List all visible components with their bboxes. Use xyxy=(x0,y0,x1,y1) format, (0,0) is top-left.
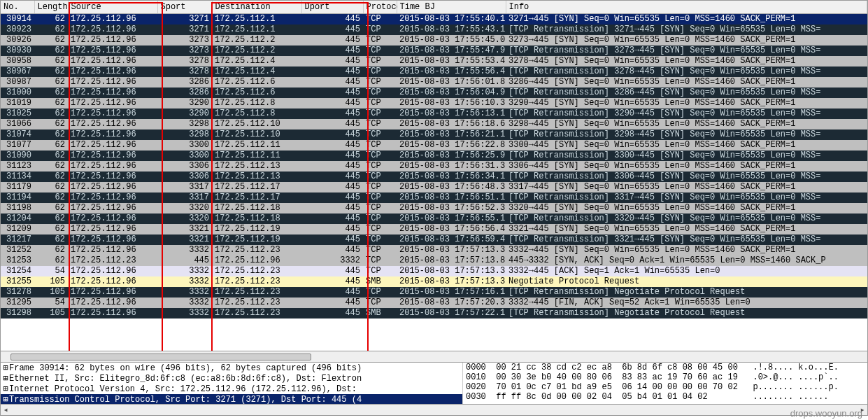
cell-protocol: TCP xyxy=(363,182,397,192)
packet-row[interactable]: 3117962172.25.112.963317172.25.112.17445… xyxy=(1,182,867,192)
packet-row[interactable]: 3112362172.25.112.963306172.25.112.13445… xyxy=(1,161,867,172)
packet-row[interactable]: 3120462172.25.112.963320172.25.112.18445… xyxy=(1,214,867,224)
packet-row[interactable]: 3091462172.25.112.963271172.25.112.1445T… xyxy=(1,14,867,25)
column-headers[interactable]: No. Length Source Sport Destination Dpor… xyxy=(1,1,867,14)
cell-protocol: TCP xyxy=(363,266,397,276)
cell-source: 172.25.112.96 xyxy=(68,308,157,318)
cell-info: [TCP Retransmission] 3321→445 [SYN] Seq=… xyxy=(506,234,867,245)
hex-row[interactable]: 0030 ff ff 8c 0d 00 00 02 04 05 b4 01 01… xyxy=(466,392,867,402)
cell-dport: 445 xyxy=(301,214,363,224)
cell-destination: 172.25.112.6 xyxy=(212,77,301,88)
cell-no: 31134 xyxy=(1,172,34,182)
cell-length: 62 xyxy=(34,88,68,98)
cell-protocol: TCP xyxy=(363,150,397,161)
tree-tcp[interactable]: ⊞Transmission Control Protocol, Src Port… xyxy=(1,394,462,404)
packet-row[interactable]: 3119862172.25.112.963320172.25.112.18445… xyxy=(1,203,867,214)
packet-row[interactable]: 3107462172.25.112.963298172.25.112.10445… xyxy=(1,130,867,140)
cell-info: [TCP Retransmission] Negotiate Protocol … xyxy=(506,287,867,298)
cell-protocol: TCP xyxy=(363,98,397,108)
packet-row[interactable]: 3129554172.25.112.963332172.25.112.23445… xyxy=(1,298,867,308)
cell-dport: 445 xyxy=(301,266,363,276)
packet-row[interactable]: 3106662172.25.112.963298172.25.112.10445… xyxy=(1,119,867,130)
cell-no: 31295 xyxy=(1,298,34,308)
expand-icon[interactable]: ⊞ xyxy=(2,394,9,404)
packet-row[interactable]: 3092662172.25.112.963273172.25.112.2445T… xyxy=(1,35,867,46)
cell-sport: 3271 xyxy=(157,24,212,35)
hex-row[interactable]: 0000 00 21 cc 38 cd c2 ec a8 6b 8d 6f c8… xyxy=(466,363,867,372)
cell-destination: 172.25.112.2 xyxy=(212,46,301,56)
cell-no: 31074 xyxy=(1,130,34,140)
packet-row[interactable]: 3095862172.25.112.963278172.25.112.4445T… xyxy=(1,56,867,66)
col-header-destination[interactable]: Destination xyxy=(212,1,301,14)
packet-row[interactable]: 3101962172.25.112.963290172.25.112.8445T… xyxy=(1,98,867,108)
cell-info: [TCP Retransmission] 3271→445 [SYN] Seq=… xyxy=(506,24,867,35)
cell-source: 172.25.112.96 xyxy=(68,224,157,234)
cell-source: 172.25.112.96 xyxy=(68,150,157,161)
tree-ip[interactable]: ⊞Internet Protocol Version 4, Src: 172.2… xyxy=(1,384,462,394)
col-header-sport[interactable]: Sport xyxy=(157,1,212,14)
hscroll-thumb[interactable] xyxy=(10,354,311,360)
packet-row[interactable]: 31298105172.25.112.963332172.25.112.2344… xyxy=(1,308,867,318)
cell-dport: 445 xyxy=(301,287,363,298)
cell-source: 172.25.112.96 xyxy=(68,192,157,203)
packet-row[interactable]: 3102562172.25.112.963290172.25.112.8445T… xyxy=(1,108,867,119)
col-header-source[interactable]: Source xyxy=(68,1,157,14)
packet-bytes-pane[interactable]: 0000 00 21 cc 38 cd c2 ec a8 6b 8d 6f c8… xyxy=(462,363,867,404)
tree-ethernet[interactable]: ⊞Ethernet II, Src: Elitegro_8d:6f:c8 (ec… xyxy=(1,373,462,384)
cell-time: 2015-08-03 17:56:59.4 xyxy=(397,234,506,245)
packet-row[interactable]: 3125362172.25.112.23445172.25.112.963332… xyxy=(1,255,867,266)
cell-destination: 172.25.112.17 xyxy=(212,182,301,192)
cell-dport: 445 xyxy=(301,182,363,192)
packet-details-pane[interactable]: ⊞Frame 30914: 62 bytes on wire (496 bits… xyxy=(1,363,462,404)
packet-row[interactable]: 3121762172.25.112.963321172.25.112.19445… xyxy=(1,234,867,245)
packet-row[interactable]: 3125454172.25.112.963332172.25.112.23445… xyxy=(1,266,867,276)
cell-dport: 445 xyxy=(301,77,363,88)
cell-no: 30926 xyxy=(1,35,34,46)
cell-protocol: TCP xyxy=(363,214,397,224)
hex-row[interactable]: 0020 70 01 0c c7 01 bd a9 e5 06 14 00 00… xyxy=(466,382,867,392)
packet-table[interactable]: No. Length Source Sport Destination Dpor… xyxy=(1,1,867,318)
col-header-info[interactable]: Info xyxy=(506,1,867,14)
cell-sport: 3317 xyxy=(157,192,212,203)
packet-row[interactable]: 3109062172.25.112.963300172.25.112.11445… xyxy=(1,150,867,161)
col-header-dport[interactable]: Dport xyxy=(301,1,363,14)
col-header-time-bj[interactable]: Time BJ xyxy=(397,1,506,14)
packet-row[interactable]: 3093062172.25.112.963273172.25.112.2445T… xyxy=(1,46,867,56)
cell-destination: 172.25.112.19 xyxy=(212,224,301,234)
cell-length: 54 xyxy=(34,266,68,276)
cell-length: 62 xyxy=(34,14,68,25)
expand-icon[interactable]: ⊞ xyxy=(2,373,9,384)
cell-length: 105 xyxy=(34,287,68,298)
packet-row[interactable]: 3100062172.25.112.963286172.25.112.6445T… xyxy=(1,88,867,98)
col-header-protocol[interactable]: Protocol xyxy=(363,1,397,14)
cell-destination: 172.25.112.4 xyxy=(212,66,301,77)
expand-icon[interactable]: ⊞ xyxy=(2,384,9,394)
packet-row[interactable]: 3098762172.25.112.963286172.25.112.6445T… xyxy=(1,77,867,88)
tree-frame[interactable]: ⊞Frame 30914: 62 bytes on wire (496 bits… xyxy=(1,363,462,373)
cell-dport: 445 xyxy=(301,161,363,172)
packet-row[interactable]: 31255105172.25.112.963332172.25.112.2344… xyxy=(1,276,867,287)
col-header-no[interactable]: No. xyxy=(1,1,34,14)
packet-row[interactable]: 3107762172.25.112.963300172.25.112.11445… xyxy=(1,140,867,150)
packet-row[interactable]: 31278105172.25.112.963332172.25.112.2344… xyxy=(1,287,867,298)
packet-row[interactable]: 3092362172.25.112.963271172.25.112.1445T… xyxy=(1,24,867,35)
packet-row[interactable]: 3125262172.25.112.963332172.25.112.23445… xyxy=(1,245,867,255)
cell-length: 62 xyxy=(34,255,68,266)
packet-row[interactable]: 3113462172.25.112.963306172.25.112.13445… xyxy=(1,172,867,182)
hex-row[interactable]: 0010 00 30 3e b0 40 00 80 06 83 83 ac 19… xyxy=(466,372,867,382)
cell-dport: 445 xyxy=(301,276,363,287)
expand-icon[interactable]: ⊞ xyxy=(2,363,9,373)
packet-row[interactable]: 3119462172.25.112.963317172.25.112.17445… xyxy=(1,192,867,203)
scroll-left-icon[interactable]: ◂ xyxy=(1,405,10,415)
packet-list-hscroll[interactable] xyxy=(0,351,868,363)
packet-row[interactable]: 3096762172.25.112.963278172.25.112.4445T… xyxy=(1,66,867,77)
bottom-hscroll[interactable]: ◂ ▸ xyxy=(0,405,868,416)
cell-dport: 445 xyxy=(301,119,363,130)
cell-no: 31209 xyxy=(1,224,34,234)
packet-list-pane[interactable]: No. Length Source Sport Destination Dpor… xyxy=(0,0,868,351)
cell-length: 62 xyxy=(34,98,68,108)
col-header-length[interactable]: Length xyxy=(34,1,68,14)
cell-protocol: TCP xyxy=(363,245,397,255)
packet-row[interactable]: 3120962172.25.112.963321172.25.112.19445… xyxy=(1,224,867,234)
cell-info: 3320→445 [SYN] Seq=0 Win=65535 Len=0 MSS… xyxy=(506,203,867,214)
